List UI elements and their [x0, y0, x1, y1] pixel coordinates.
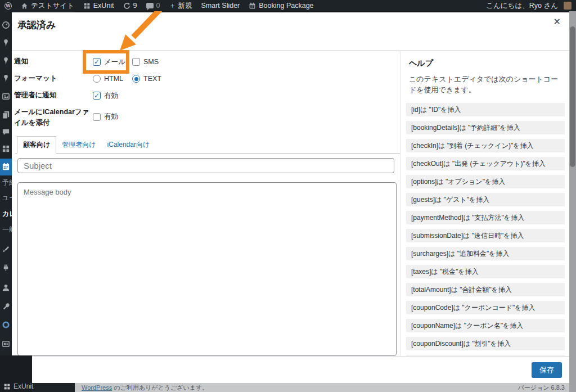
shortcode-item: [submissionDate]は "送信日時"を挿入	[406, 229, 565, 242]
shortcode-item: [totalAmount]は "合計金額"を挿入	[406, 283, 565, 296]
wp-footer: WordPress のご利用ありがとうございます。 バージョン 6.8.3	[75, 383, 569, 392]
help-description: このテキストエディタでは次のショートコードを使用できます。	[409, 74, 565, 96]
shortcode-item: [taxes]は "税金"を挿入	[406, 265, 565, 278]
exunit-label: ExUnit	[93, 2, 114, 10]
shortcode-item: [couponCode]は "クーポンコード"を挿入	[406, 301, 565, 314]
modal-title: 承認済み	[17, 19, 56, 31]
smart-slider-label: Smart Slider	[201, 2, 240, 10]
shortcode-item: [surcharges]は "追加料金"を挿入	[406, 247, 565, 260]
sms-label: SMS	[143, 58, 159, 66]
home-icon	[21, 2, 28, 10]
page-scrollbar[interactable]	[569, 11, 576, 392]
form-row-icalendar: メールにiCalendarファイルを添付 有効	[14, 106, 400, 128]
exunit-icon	[3, 383, 11, 390]
new-label: ＋ 新規	[169, 1, 192, 11]
tab-icalendar[interactable]: iCalendar向け	[102, 137, 156, 153]
html-label: HTML	[104, 75, 123, 83]
save-button[interactable]: 保存	[532, 362, 562, 378]
updates-menu[interactable]: 9	[119, 0, 142, 11]
new-content-menu[interactable]: ＋ 新規	[165, 0, 197, 11]
checkbox-unchecked-icon	[93, 113, 101, 121]
pages-icon[interactable]	[2, 110, 10, 119]
users-icon[interactable]	[2, 283, 10, 292]
icalendar-checkbox[interactable]: 有効	[93, 112, 132, 121]
sidebar-subitem-calendar-current[interactable]: カレ	[2, 209, 12, 218]
form-row-format: フォーマット HTML TEXT	[14, 72, 400, 85]
tab-customer[interactable]: 顧客向け	[17, 136, 56, 154]
mail-label: メール	[104, 57, 125, 67]
avatar	[564, 2, 572, 10]
media-icon[interactable]	[2, 92, 10, 101]
sms-checkbox[interactable]: SMS	[132, 58, 172, 66]
shortcode-item: [id]は "ID"を挿入	[406, 103, 565, 116]
footer-thanks-text: のご利用ありがとうございます。	[112, 384, 208, 391]
admin-notify-label: 管理者に通知	[14, 89, 93, 101]
wordpress-logo-icon: W	[4, 2, 12, 10]
text-radio[interactable]: TEXT	[132, 75, 172, 83]
shortcode-item: [bookingDetails]は "予約詳細"を挿入	[406, 121, 565, 134]
modal-footer: 保存	[12, 356, 569, 383]
exunit-icon	[83, 2, 91, 10]
admin-enabled-label: 有効	[104, 91, 118, 101]
text-label: TEXT	[143, 75, 161, 83]
exunit-menu[interactable]: ExUnit	[79, 0, 119, 11]
wp-version: バージョン 6.8.3	[518, 384, 565, 392]
screen: W テストサイト ExUnit 9 0 ＋ 新規 Smart Slider Bo…	[0, 0, 576, 392]
approved-email-modal: 承認済み ✕ 通知 メール	[12, 12, 569, 383]
comments-icon[interactable]	[2, 128, 10, 136]
comment-count: 0	[156, 2, 160, 10]
exunit-bottom-label: ExUnit	[14, 382, 33, 390]
seo-circle-icon[interactable]	[2, 321, 10, 329]
close-icon[interactable]: ✕	[554, 17, 561, 26]
radio-selected-icon	[132, 75, 140, 83]
form-row-notify: 通知 メール SMS	[14, 55, 400, 69]
admin-notify-checkbox[interactable]: 有効	[93, 91, 132, 101]
pin-icon[interactable]	[2, 74, 10, 83]
email-editor-column: 通知 メール SMS フォー	[12, 51, 400, 356]
wordpress-footer-link[interactable]: WordPress	[82, 384, 112, 391]
sidebar-subitem-general[interactable]: 一般	[2, 225, 12, 234]
sidebar-subitem-bookings[interactable]: 予約	[2, 178, 12, 187]
html-radio[interactable]: HTML	[93, 75, 132, 83]
wordpress-logo-menu[interactable]: W	[0, 0, 16, 11]
subject-input[interactable]	[17, 158, 394, 173]
account-menu[interactable]: こんにちは、Ryo さん	[482, 0, 576, 11]
scrollbar-thumb[interactable]	[570, 26, 575, 167]
message-body-textarea[interactable]	[17, 182, 397, 356]
booking-package-menu[interactable]: Booking Package	[244, 0, 318, 11]
calendar-icon	[249, 2, 256, 10]
recipient-tabs: 顧客向け 管理者向け iCalendar向け	[15, 136, 400, 154]
dashboard-icon[interactable]	[2, 21, 10, 29]
shortcode-item: [couponDiscount]は "割引"を挿入	[406, 337, 565, 350]
tools-wrench-icon[interactable]	[2, 302, 10, 310]
card-icon[interactable]	[2, 340, 10, 348]
appearance-brush-icon[interactable]	[2, 245, 10, 254]
checkbox-unchecked-icon	[132, 58, 140, 66]
comments-menu[interactable]: 0	[142, 0, 165, 11]
pin-icon[interactable]	[2, 39, 10, 47]
icalendar-label: メールにiCalendarファイルを添付	[14, 106, 93, 128]
sidebar-subitem-users[interactable]: ユー	[2, 193, 12, 202]
help-title: ヘルプ	[409, 58, 569, 69]
admin-bar: W テストサイト ExUnit 9 0 ＋ 新規 Smart Slider Bo…	[0, 0, 576, 11]
update-count: 9	[133, 2, 137, 10]
shortcode-item: [paymentMethod]は "支払方法"を挿入	[406, 211, 565, 224]
notify-label: 通知	[14, 55, 93, 67]
format-label: フォーマット	[14, 72, 93, 84]
shortcode-list: [id]は "ID"を挿入 [bookingDetails]は "予約詳細"を挿…	[406, 103, 569, 357]
site-menu[interactable]: テストサイト	[16, 0, 79, 11]
modal-header: 承認済み ✕	[12, 12, 569, 51]
plugins-icon[interactable]	[2, 264, 10, 272]
site-name: テストサイト	[31, 1, 74, 11]
sidebar-item-exunit[interactable]: ExUnit	[3, 382, 33, 390]
checkbox-checked-icon	[93, 58, 101, 66]
form-row-admin-notify: 管理者に通知 有効	[14, 89, 400, 102]
pin-icon[interactable]	[2, 57, 10, 65]
shortcode-item: [checkIn]は "到着 (チェックイン)"を挿入	[406, 139, 565, 152]
update-icon	[123, 2, 130, 10]
smart-slider-menu[interactable]: Smart Slider	[196, 0, 244, 11]
booking-calendar-icon[interactable]	[2, 163, 10, 171]
mail-checkbox[interactable]: メール	[93, 57, 132, 67]
modules-grid-icon[interactable]	[2, 145, 10, 153]
tab-admin[interactable]: 管理者向け	[56, 137, 101, 153]
